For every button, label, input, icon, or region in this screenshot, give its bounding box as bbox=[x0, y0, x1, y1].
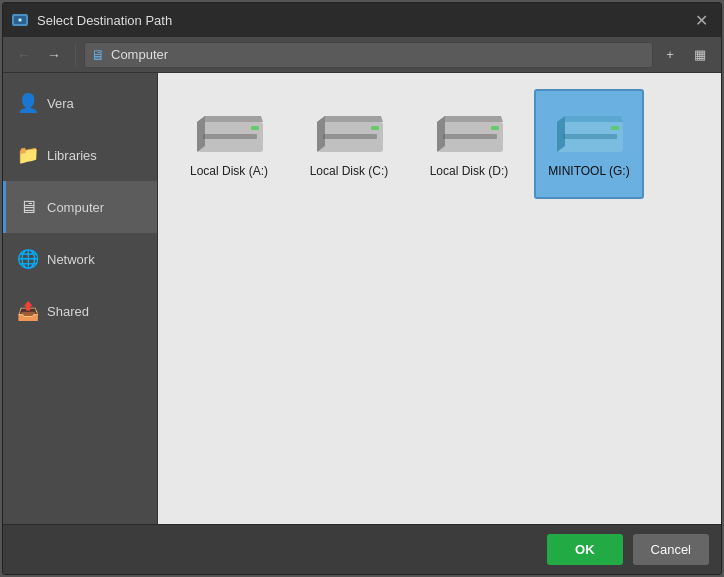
svg-rect-13 bbox=[371, 126, 379, 130]
svg-rect-22 bbox=[563, 134, 617, 139]
sidebar-item-vera[interactable]: 👤 Vera bbox=[3, 77, 157, 129]
svg-point-3 bbox=[19, 19, 21, 21]
cancel-button[interactable]: Cancel bbox=[633, 534, 709, 565]
location-text: Computer bbox=[111, 47, 168, 62]
dialog-title: Select Destination Path bbox=[37, 13, 689, 28]
svg-marker-16 bbox=[437, 116, 445, 152]
sidebar-item-shared[interactable]: 📤 Shared bbox=[3, 285, 157, 337]
svg-rect-12 bbox=[323, 134, 377, 139]
close-button[interactable]: ✕ bbox=[689, 8, 713, 32]
svg-rect-17 bbox=[443, 134, 497, 139]
svg-marker-11 bbox=[317, 116, 325, 152]
app-icon bbox=[11, 11, 29, 29]
sidebar-label-computer: Computer bbox=[47, 200, 104, 215]
add-view-button[interactable]: + bbox=[657, 42, 683, 68]
svg-marker-5 bbox=[197, 116, 263, 122]
sidebar-label-libraries: Libraries bbox=[47, 148, 97, 163]
svg-rect-18 bbox=[491, 126, 499, 130]
svg-rect-7 bbox=[203, 134, 257, 139]
network-icon: 🌐 bbox=[17, 248, 39, 270]
sidebar-label-network: Network bbox=[47, 252, 95, 267]
dialog-window: Select Destination Path ✕ ← → 🖥 Computer… bbox=[2, 2, 722, 575]
toolbar-right-buttons: + ▦ bbox=[657, 42, 713, 68]
file-item-disk-d[interactable]: Local Disk (D:) bbox=[414, 89, 524, 199]
ok-button[interactable]: OK bbox=[547, 534, 623, 565]
vera-icon: 👤 bbox=[17, 92, 39, 114]
content-area: 👤 Vera 📁 Libraries 🖥 Computer 🌐 Network … bbox=[3, 73, 721, 524]
file-label-disk-a: Local Disk (A:) bbox=[190, 164, 268, 178]
sidebar-label-vera: Vera bbox=[47, 96, 74, 111]
svg-marker-15 bbox=[437, 116, 503, 122]
sidebar-label-shared: Shared bbox=[47, 304, 89, 319]
bottom-bar: OK Cancel bbox=[3, 524, 721, 574]
file-item-disk-c[interactable]: Local Disk (C:) bbox=[294, 89, 404, 199]
hdd-icon-disk-g bbox=[555, 110, 623, 158]
file-label-disk-d: Local Disk (D:) bbox=[430, 164, 509, 178]
toolbar-separator bbox=[75, 44, 76, 66]
shared-icon: 📤 bbox=[17, 300, 39, 322]
svg-marker-10 bbox=[317, 116, 383, 122]
libraries-icon: 📁 bbox=[17, 144, 39, 166]
computer-icon: 🖥 bbox=[17, 197, 39, 218]
file-label-disk-g: MINITOOL (G:) bbox=[548, 164, 629, 178]
sidebar: 👤 Vera 📁 Libraries 🖥 Computer 🌐 Network … bbox=[3, 73, 158, 524]
title-bar: Select Destination Path ✕ bbox=[3, 3, 721, 37]
sidebar-item-computer[interactable]: 🖥 Computer bbox=[3, 181, 157, 233]
file-item-disk-a[interactable]: Local Disk (A:) bbox=[174, 89, 284, 199]
grid-view-button[interactable]: ▦ bbox=[687, 42, 713, 68]
location-bar: 🖥 Computer bbox=[84, 42, 653, 68]
forward-button[interactable]: → bbox=[41, 42, 67, 68]
location-computer-icon: 🖥 bbox=[91, 47, 105, 63]
toolbar: ← → 🖥 Computer + ▦ bbox=[3, 37, 721, 73]
svg-marker-21 bbox=[557, 116, 565, 152]
sidebar-item-libraries[interactable]: 📁 Libraries bbox=[3, 129, 157, 181]
sidebar-item-network[interactable]: 🌐 Network bbox=[3, 233, 157, 285]
svg-rect-23 bbox=[611, 126, 619, 130]
hdd-icon-disk-a bbox=[195, 110, 263, 158]
hdd-icon-disk-d bbox=[435, 110, 503, 158]
back-button[interactable]: ← bbox=[11, 42, 37, 68]
file-item-disk-g[interactable]: MINITOOL (G:) bbox=[534, 89, 644, 199]
file-area: Local Disk (A:) Local Disk (C:) Local Di… bbox=[158, 73, 721, 524]
hdd-icon-disk-c bbox=[315, 110, 383, 158]
svg-marker-6 bbox=[197, 116, 205, 152]
svg-marker-20 bbox=[557, 116, 623, 122]
svg-rect-8 bbox=[251, 126, 259, 130]
file-label-disk-c: Local Disk (C:) bbox=[310, 164, 389, 178]
